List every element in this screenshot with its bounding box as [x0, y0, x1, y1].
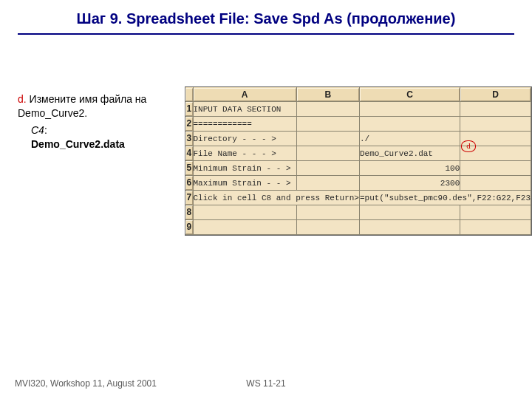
- cell-D6[interactable]: [460, 176, 531, 191]
- cell-D2[interactable]: [460, 117, 531, 132]
- footer: MVI320, Workshop 11, August 2001 WS 11-2…: [0, 378, 532, 389]
- cell-D8[interactable]: [460, 205, 531, 220]
- spreadsheet-table: A B C D 1 INPUT DATA SECTION 2 =========…: [185, 87, 531, 235]
- instruction-marker: d.: [18, 93, 27, 105]
- row-header: 4: [185, 146, 193, 161]
- row-header: 2: [185, 117, 193, 132]
- table-row: 7 Click in cell C8 and press Return> =pu…: [185, 191, 531, 205]
- instruction-cellref: C4: [31, 124, 44, 136]
- cell-A6[interactable]: Maximum Strain - - >: [193, 176, 296, 191]
- cell-A3[interactable]: Directory - - - >: [193, 132, 296, 146]
- row-header: 5: [185, 161, 193, 176]
- cell-C1[interactable]: [359, 102, 460, 117]
- instruction-block: d. Измените имя файла на Demo_Curve2. C4…: [18, 92, 173, 151]
- cell-B3[interactable]: [296, 132, 359, 146]
- table-row: 8: [185, 205, 531, 220]
- table-row: 4 File Name - - - > Demo_Curve2.dat: [185, 146, 531, 161]
- footer-left: MVI320, Workshop 11, August 2001: [15, 378, 157, 389]
- cell-A5[interactable]: Minimum Strain - - >: [193, 161, 296, 176]
- cell-B5[interactable]: [296, 161, 359, 176]
- cell-C2[interactable]: [359, 117, 460, 132]
- cell-B8[interactable]: [296, 205, 359, 220]
- table-row: 5 Minimum Strain - - > 100: [185, 161, 531, 176]
- cell-A2[interactable]: ============: [193, 117, 296, 132]
- instruction-text: Измените имя файла на Demo_Curve2.: [18, 93, 146, 119]
- col-header-D: D: [460, 87, 531, 102]
- cell-A7[interactable]: Click in cell C8 and press Return>: [193, 191, 359, 205]
- table-row: 3 Directory - - - > ./: [185, 132, 531, 146]
- cell-C5[interactable]: 100: [359, 161, 460, 176]
- row-header: 6: [185, 176, 193, 191]
- table-row: 1 INPUT DATA SECTION: [185, 102, 531, 117]
- cell-C4[interactable]: Demo_Curve2.dat: [359, 146, 460, 161]
- cell-C6[interactable]: 2300: [359, 176, 460, 191]
- cell-C8[interactable]: [359, 205, 460, 220]
- col-header-B: B: [296, 87, 359, 102]
- table-row: 2 ============: [185, 117, 531, 132]
- cell-B9[interactable]: [296, 220, 359, 235]
- cell-B4[interactable]: [296, 146, 359, 161]
- cell-D5[interactable]: [460, 161, 531, 176]
- row-header: 9: [185, 220, 193, 235]
- cell-A1[interactable]: INPUT DATA SECTION: [193, 102, 296, 117]
- col-header-A: A: [193, 87, 296, 102]
- cell-C7[interactable]: =put("subset_pmc90.des",F22:G22,F23: [359, 191, 531, 205]
- cell-D1[interactable]: [460, 102, 531, 117]
- cell-B2[interactable]: [296, 117, 359, 132]
- title-underline: [18, 33, 514, 35]
- cell-D9[interactable]: [460, 220, 531, 235]
- row-header: 8: [185, 205, 193, 220]
- spreadsheet: A B C D 1 INPUT DATA SECTION 2 =========…: [185, 86, 532, 236]
- row-header: 1: [185, 102, 193, 117]
- row-header: 3: [185, 132, 193, 146]
- col-header-C: C: [359, 87, 460, 102]
- cell-C9[interactable]: [359, 220, 460, 235]
- table-row: 9: [185, 220, 531, 235]
- page-title: Шаг 9. Spreadsheet File: Save Spd As (пр…: [0, 0, 532, 33]
- cell-A8[interactable]: [193, 205, 296, 220]
- row-header: 7: [185, 191, 193, 205]
- corner-cell: [185, 87, 193, 102]
- cell-B6[interactable]: [296, 176, 359, 191]
- instruction-cellval: Demo_Curve2.data: [31, 138, 125, 150]
- cell-A4[interactable]: File Name - - - >: [193, 146, 296, 161]
- annotation-d-icon: d: [461, 140, 476, 152]
- cell-B1[interactable]: [296, 102, 359, 117]
- table-row: 6 Maximum Strain - - > 2300: [185, 176, 531, 191]
- cell-A9[interactable]: [193, 220, 296, 235]
- cell-C3[interactable]: ./: [359, 132, 460, 146]
